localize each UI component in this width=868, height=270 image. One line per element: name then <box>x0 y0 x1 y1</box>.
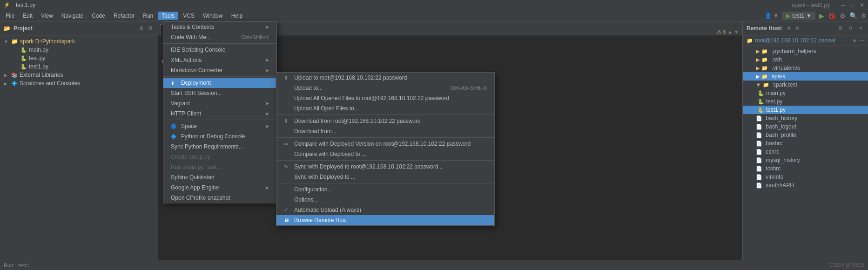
menu-http-client[interactable]: HTTP Client <box>163 108 276 119</box>
remote-item-tcshrc[interactable]: 📄 .tcshrc <box>743 164 868 173</box>
upload-all-opened-label: Upload All Opened Files to root@192.168.… <box>294 95 449 101</box>
scratches-icon: 💠 <box>11 81 18 87</box>
remote-item-testpy[interactable]: 🐍 test.py <box>743 97 868 106</box>
menu-edit[interactable]: Edit <box>19 12 36 20</box>
window-minimize[interactable]: ─ <box>841 2 845 8</box>
menu-run[interactable]: Run <box>139 12 157 20</box>
sidebar-gear-icon[interactable]: ⚙ <box>147 25 154 32</box>
remote-item-ssh[interactable]: ▶ 📁 .ssh <box>743 55 868 64</box>
toolbar-btn1[interactable]: ⚙ <box>840 12 846 20</box>
menu-tools[interactable]: Tools <box>158 12 178 20</box>
remote-item-virtualenvs[interactable]: ▶ 📁 .virtualenvs <box>743 64 868 72</box>
deploy-compare-root[interactable]: ⇔ Compare with Deployed Version on root@… <box>276 139 494 149</box>
deploy-auto-upload[interactable]: ✓ Automatic Upload (Always) <box>276 205 494 215</box>
remote-item-xauth[interactable]: 📄 .xauthhAPH <box>743 181 868 189</box>
remote-item-mysql[interactable]: 📄 .mysql_history <box>743 156 868 164</box>
remote-tab-close-2[interactable]: ✕ <box>795 25 800 32</box>
user-icon[interactable]: 👤 ▼ <box>765 13 779 19</box>
deploy-sync-root[interactable]: ↻ Sync with Deployed to root@192.168.10.… <box>276 162 494 172</box>
dep-sep4 <box>276 183 494 183</box>
sync-icon-1: ↻ <box>284 164 291 170</box>
remote-item-sparktest[interactable]: ▼ 📁 spark.test <box>743 81 868 89</box>
deploy-upload-to[interactable]: Upload to... Ctrl+Alt+Shift+X <box>276 83 494 93</box>
menu-code-with-me[interactable]: Code With Me... Ctrl+Shift+Y <box>163 32 276 42</box>
sidebar-scope-icon[interactable]: ⊕ <box>137 25 145 32</box>
run-btn[interactable]: ▶ <box>819 12 824 20</box>
python-icon: 🔷 <box>171 134 178 139</box>
configuration-label: Configuration... <box>294 186 332 193</box>
remote-refresh-icon[interactable]: ↻ <box>847 25 854 32</box>
menu-cprofile[interactable]: Open CProfile snapshot <box>163 193 276 203</box>
remote-item-spark[interactable]: ▶ 📁 spark <box>743 72 868 81</box>
remote-item-pycharm[interactable]: ▶ 📁 .pycharm_helpers <box>743 47 868 55</box>
csdn-watermark: CSDN @博825 <box>829 262 864 269</box>
menu-ide-scripting[interactable]: IDE Scripting Console <box>163 45 276 55</box>
options-label: Options... <box>294 196 318 203</box>
remote-host-dropdown[interactable]: ▼ <box>852 38 857 43</box>
tree-item-scratches[interactable]: ▶ 💠 Scratches and Consoles <box>0 79 158 88</box>
run-config-dropdown[interactable]: ▶ test1 ▼ <box>782 12 815 20</box>
remote-item-cshrc[interactable]: 📄 .cshrc <box>743 148 868 156</box>
menu-gae[interactable]: Google App Engine <box>163 182 276 193</box>
deploy-options[interactable]: Options... <box>276 195 494 205</box>
remote-settings-icon[interactable]: ⚙ <box>836 25 844 32</box>
remote-label-mainpy: main.py <box>766 90 786 96</box>
window-close[interactable]: ✕ <box>860 2 864 8</box>
settings-btn[interactable]: ⚙ <box>861 13 866 19</box>
tree-item-main[interactable]: 🐍 main.py <box>0 46 158 54</box>
tree-item-test[interactable]: 🐍 test.py <box>0 54 158 62</box>
window-maximize[interactable]: □ <box>851 2 854 8</box>
file-icon-bash-history: 📄 <box>756 115 762 122</box>
sep3 <box>163 120 276 120</box>
editor-scroll-up[interactable]: ▲ <box>727 29 732 34</box>
search-everywhere[interactable]: 🔍 <box>849 12 857 20</box>
menu-view[interactable]: View <box>37 12 57 20</box>
deploy-download-from[interactable]: Download from... <box>276 126 494 136</box>
create-setup-label: Create setup.py <box>171 154 210 160</box>
menu-sphinx[interactable]: Sphinx Quickstart <box>163 172 276 182</box>
deploy-upload-all-opened[interactable]: Upload All Opened Files to root@192.168.… <box>276 93 494 103</box>
deploy-sync-to[interactable]: Sync with Deployed to ... <box>276 172 494 182</box>
menu-space[interactable]: 🔵 Space <box>163 121 276 131</box>
menu-python-console[interactable]: 🔷 Python or Debug Console <box>163 131 276 142</box>
deploy-compare-to[interactable]: Compare with Deployed to ... <box>276 149 494 159</box>
remote-item-bash-history[interactable]: 📄 .bash_history <box>743 114 868 122</box>
menu-window[interactable]: Window <box>199 12 227 20</box>
remote-host-menu-btn[interactable]: ⋯ <box>859 37 864 44</box>
remote-item-bash-profile[interactable]: 📄 .bash_profile <box>743 131 868 139</box>
remote-host-bar: 📁 root@192.168.10.102:22 passwi ▼ ⋯ <box>743 35 868 46</box>
menu-help[interactable]: Help <box>228 12 247 20</box>
menu-code[interactable]: Code <box>88 12 109 20</box>
remote-item-test1py[interactable]: 🐍 test1.py <box>743 106 868 114</box>
remote-item-viminfo[interactable]: 📄 .viminfo <box>743 173 868 181</box>
menu-file[interactable]: File <box>2 12 18 20</box>
menu-vagrant[interactable]: Vagrant <box>163 98 276 108</box>
remote-folder-icon: 📁 <box>747 38 753 44</box>
menu-sync-requirements[interactable]: Sync Python Requirements... <box>163 142 276 152</box>
deploy-browse-remote[interactable]: 🖥 Browse Remote Host <box>276 215 494 225</box>
deploy-upload-all-open[interactable]: Upload All Open Files to... <box>276 103 494 114</box>
menu-xml-actions[interactable]: XML Actions <box>163 55 276 65</box>
editor-scroll-down[interactable]: ▼ <box>734 29 739 34</box>
deploy-upload-root[interactable]: ⬆ Upload to root@192.168.10.102:22 passw… <box>276 73 494 83</box>
menu-tasks-contexts[interactable]: Tasks & Contexts <box>163 22 276 32</box>
deployment-dropdown-menu: ⬆ Upload to root@192.168.10.102:22 passw… <box>276 72 495 226</box>
remote-item-bash-logout[interactable]: 📄 .bash_logout <box>743 122 868 131</box>
remote-item-mainpy[interactable]: 🐍 main.py <box>743 89 868 97</box>
tree-item-external[interactable]: ▶ 📚 External Libraries <box>0 71 158 79</box>
deploy-configuration[interactable]: Configuration... <box>276 184 494 195</box>
tree-item-spark[interactable]: ▼ 📁 spark D:\Python\spark <box>0 37 158 46</box>
menu-markdown[interactable]: Markdown Converter <box>163 65 276 75</box>
deploy-download-root[interactable]: ⬇ Download from root@192.168.10.102:22 p… <box>276 116 494 126</box>
remote-close-icon[interactable]: ✕ <box>857 25 864 32</box>
menu-vcs[interactable]: VCS <box>179 12 198 20</box>
debug-btn[interactable]: 🐞 <box>828 12 836 20</box>
dep-sep2 <box>276 137 494 138</box>
menu-navigate[interactable]: Navigate <box>58 12 87 20</box>
menu-deployment[interactable]: ⬆ Deployment <box>163 78 276 88</box>
remote-tab-close-x[interactable]: ✕ <box>787 25 791 32</box>
remote-item-bashrc[interactable]: 📄 .bashrc <box>743 139 868 148</box>
menu-refactor[interactable]: Refactor <box>110 12 138 20</box>
tree-item-test1[interactable]: 🐍 test1.py <box>0 62 158 71</box>
menu-ssh-session[interactable]: Start SSH Session... <box>163 88 276 98</box>
